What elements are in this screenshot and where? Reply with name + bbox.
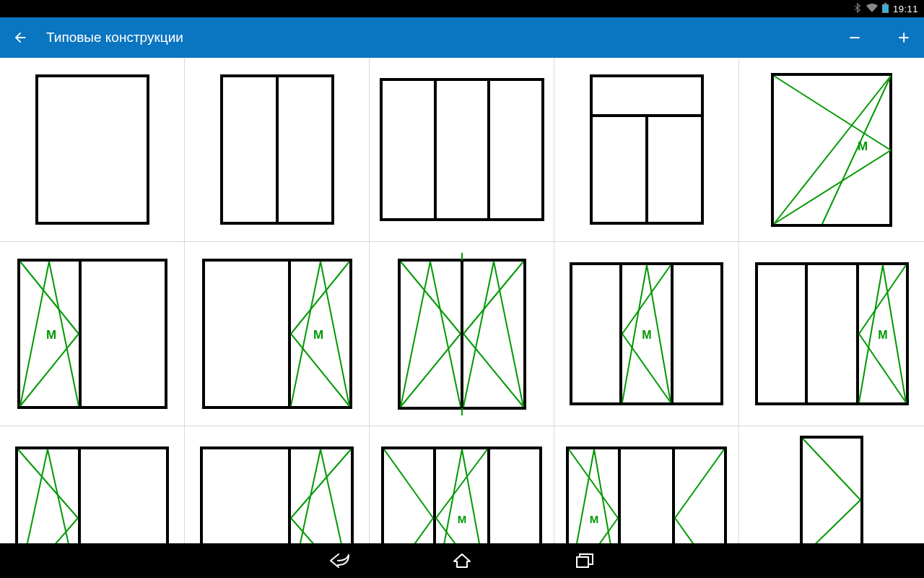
svg-line-40 — [463, 262, 523, 334]
svg-rect-9 — [381, 79, 543, 220]
svg-rect-6 — [37, 76, 148, 223]
svg-line-74 — [384, 518, 433, 543]
svg-line-23 — [20, 334, 79, 406]
window-type-triple[interactable] — [370, 58, 554, 242]
svg-line-84 — [569, 449, 594, 543]
svg-line-54 — [859, 265, 906, 334]
svg-line-61 — [18, 518, 78, 543]
svg-line-37 — [401, 334, 461, 407]
svg-line-73 — [384, 449, 433, 518]
window-type-door-panel[interactable] — [739, 426, 924, 543]
svg-line-69 — [321, 449, 351, 543]
svg-line-48 — [622, 334, 671, 402]
sash-label: M — [858, 139, 868, 153]
svg-line-19 — [774, 150, 891, 224]
svg-line-31 — [321, 262, 349, 406]
sash-label: M — [45, 328, 56, 342]
svg-line-29 — [291, 334, 349, 406]
svg-rect-70 — [383, 448, 541, 543]
svg-rect-64 — [201, 448, 352, 543]
window-type-double[interactable] — [185, 58, 370, 242]
svg-rect-2 — [883, 5, 888, 12]
svg-rect-92 — [577, 557, 588, 567]
svg-line-87 — [675, 518, 724, 543]
svg-line-43 — [494, 262, 523, 407]
nav-back-button[interactable] — [325, 549, 354, 572]
window-type-double-left-tilt-b[interactable] — [0, 426, 185, 543]
back-button[interactable] — [10, 27, 30, 48]
svg-line-62 — [18, 449, 48, 543]
svg-line-24 — [20, 262, 49, 406]
window-type-double-both-turn[interactable] — [370, 242, 554, 426]
svg-rect-58 — [17, 448, 167, 543]
svg-line-75 — [436, 449, 487, 518]
svg-line-41 — [463, 334, 523, 407]
status-bar: 19:11 — [0, 0, 924, 17]
svg-rect-3 — [850, 37, 859, 38]
window-type-t-top[interactable] — [554, 58, 739, 242]
nav-recent-button[interactable] — [570, 549, 599, 572]
sash-label: M — [458, 513, 467, 525]
svg-line-68 — [291, 449, 321, 543]
window-type-single-tilt-right[interactable]: M — [739, 58, 924, 242]
wifi-icon — [866, 4, 878, 14]
sash-label: M — [313, 328, 323, 342]
sash-label: M — [642, 329, 651, 341]
page-title: Типовые конструкции — [46, 30, 183, 46]
svg-line-85 — [594, 449, 618, 543]
sash-label: M — [878, 329, 887, 341]
window-type-triple-mid-tilt[interactable]: M — [554, 242, 739, 426]
nav-home-button[interactable] — [448, 549, 476, 572]
bluetooth-icon — [855, 3, 862, 15]
svg-line-77 — [436, 449, 462, 543]
content-area: M M M M — [0, 58, 924, 543]
window-type-double-right-tilt[interactable]: M — [185, 242, 370, 426]
window-type-single[interactable] — [0, 58, 185, 242]
svg-line-82 — [569, 449, 618, 518]
svg-rect-20 — [19, 260, 166, 407]
svg-rect-1 — [884, 3, 886, 4]
svg-line-42 — [463, 262, 494, 407]
svg-line-86 — [675, 449, 724, 518]
svg-line-22 — [20, 262, 79, 334]
svg-line-67 — [291, 518, 351, 543]
svg-line-78 — [462, 449, 487, 543]
svg-line-90 — [803, 439, 860, 500]
status-clock: 19:11 — [893, 4, 918, 14]
svg-line-36 — [401, 262, 461, 334]
add-button[interactable] — [894, 27, 914, 48]
app-bar: Типовые конструкции — [0, 17, 924, 58]
svg-line-63 — [48, 449, 78, 543]
nav-bar — [0, 543, 924, 578]
remove-button[interactable] — [845, 27, 865, 48]
battery-icon — [882, 3, 889, 15]
window-type-double-left-tilt[interactable]: M — [0, 242, 185, 426]
window-grid: M M M M — [0, 58, 924, 543]
svg-line-38 — [401, 262, 430, 407]
svg-line-39 — [430, 262, 461, 407]
window-type-double-right-tilt-b[interactable] — [185, 426, 370, 543]
window-type-triple-left-tilt-b[interactable]: M — [554, 426, 739, 543]
window-type-triple-mid-tilt-b[interactable]: M — [370, 426, 554, 543]
svg-line-91 — [803, 500, 860, 543]
svg-rect-5 — [903, 33, 905, 42]
svg-rect-26 — [204, 260, 351, 407]
svg-line-47 — [622, 265, 671, 334]
svg-line-66 — [291, 449, 351, 518]
svg-line-60 — [18, 449, 78, 518]
svg-line-55 — [859, 334, 906, 402]
sash-label: M — [590, 513, 599, 525]
svg-line-28 — [291, 262, 349, 334]
window-type-triple-right-tilt[interactable]: M — [739, 242, 924, 426]
